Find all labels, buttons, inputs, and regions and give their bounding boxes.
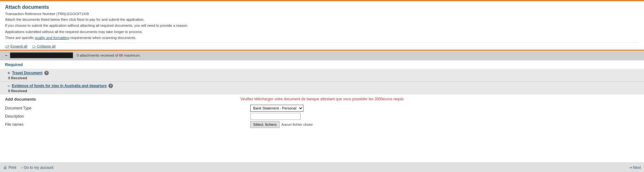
travel-doc-title-row: + Travel Document ? <box>8 70 636 75</box>
travel-doc-link[interactable]: Travel Document <box>12 71 42 75</box>
document-type-label: Document Type <box>5 104 43 112</box>
required-header: Required <box>0 60 644 69</box>
section-title-bar <box>10 53 73 58</box>
trn-line: Transaction Reference Number (TRN):EGOOI… <box>5 12 639 16</box>
expand-all-label: Expand all <box>10 44 27 48</box>
next-arrow-icon: ⇒ <box>629 165 632 170</box>
evidence-doc-toggle[interactable]: – <box>8 83 10 88</box>
quality-formatting-link[interactable]: quality and formatting <box>35 36 69 40</box>
document-type-control: Bank Statement - Personal Bank Statement… <box>250 104 313 112</box>
travel-doc-toggle[interactable]: + <box>8 70 10 75</box>
no-file-label: Aucun fichier choisi <box>281 123 313 126</box>
next-button[interactable]: ⇒ Next <box>629 165 641 170</box>
validation-message: Veuillez télécharger votre document de b… <box>240 97 404 101</box>
go-to-account-button[interactable]: › Go to my account <box>21 165 53 170</box>
add-docs-form: Document Type Description File names Ban… <box>5 104 639 129</box>
collapse-icon: □- <box>32 44 36 48</box>
description-label: Description <box>5 112 43 120</box>
travel-document-row: + Travel Document ? 0 Received <box>0 69 644 81</box>
evidence-doc-title-row: – Evidence of funds for stay in Australi… <box>8 83 636 88</box>
instruction-4: There are specific quality and formattin… <box>5 35 639 41</box>
collapse-all-label: Collapse all <box>37 44 55 48</box>
form-controls: Bank Statement - Personal Bank Statement… <box>250 104 313 129</box>
required-label: Required <box>5 62 23 67</box>
expand-icon: □+ <box>5 44 9 48</box>
instruction-3: Applications submitted without all the r… <box>5 29 639 35</box>
instruction-2: If you choose to submit the application … <box>5 23 639 28</box>
section-header: – 0 attachments received of 60 maximum. <box>0 51 644 60</box>
travel-doc-received: 0 Received <box>8 75 636 80</box>
next-label: Next <box>633 165 641 170</box>
bottom-left-actions: 🖨 Print › Go to my account <box>3 165 53 170</box>
evidence-doc-link[interactable]: Evidence of funds for stay in Australia … <box>12 84 107 88</box>
description-control <box>250 112 313 120</box>
print-label: Print <box>8 165 16 170</box>
file-names-control: Sélect. fichiers Aucun fichier choisi <box>250 120 313 129</box>
expand-collapse-row: □+ Expand all □- Collapse all <box>5 42 639 50</box>
max-count: 60 <box>119 53 123 57</box>
instruction-1: Attach the documents listed below then c… <box>5 17 639 22</box>
add-documents-section: Add documents Veuillez télécharger votre… <box>0 94 644 132</box>
evidence-doc-help-icon[interactable]: ? <box>108 84 113 88</box>
page-title: Attach documents <box>5 4 639 10</box>
bottom-bar: 🖨 Print › Go to my account ⇒ Next <box>0 163 644 172</box>
collapse-all-link[interactable]: □- Collapse all <box>32 44 56 48</box>
attachments-count: 0 attachments received of 60 maximum. <box>77 53 141 57</box>
description-input[interactable] <box>250 113 301 120</box>
document-type-select[interactable]: Bank Statement - Personal Bank Statement… <box>250 105 303 112</box>
main-content: Attach documents Transaction Reference N… <box>0 1 644 50</box>
file-upload-area: Sélect. fichiers Aucun fichier choisi <box>250 121 313 128</box>
form-labels: Document Type Description File names <box>5 104 43 129</box>
evidence-doc-row: – Evidence of funds for stay in Australi… <box>0 82 644 94</box>
go-to-account-label: Go to my account <box>24 165 53 170</box>
print-button[interactable]: 🖨 Print <box>3 165 16 170</box>
expand-all-link[interactable]: □+ Expand all <box>5 44 27 48</box>
file-names-label: File names <box>5 120 43 129</box>
section-collapse-toggle[interactable]: – <box>5 53 8 58</box>
print-icon: 🖨 <box>3 165 7 170</box>
chevron-right-icon: › <box>21 165 23 170</box>
evidence-doc-received: 0 Received <box>8 88 636 93</box>
file-select-button[interactable]: Sélect. fichiers <box>250 121 280 128</box>
travel-doc-help-icon[interactable]: ? <box>44 71 49 75</box>
